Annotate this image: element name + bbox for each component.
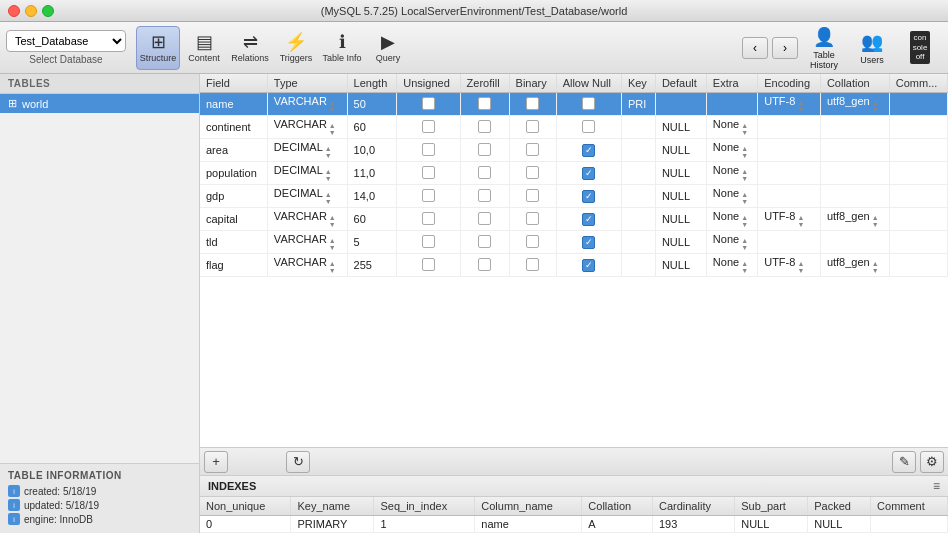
query-tab-button[interactable]: ▶ Query [366,26,410,70]
checkbox-unchecked[interactable] [478,212,491,225]
encoding-stepper[interactable]: ▲▼ [797,99,804,113]
content-tab-button[interactable]: ▤ Content [182,26,226,70]
table-row[interactable]: tldVARCHAR▲▼5✓NULLNone▲▼ [200,231,948,254]
nav-prev-button[interactable]: ‹ [742,37,768,59]
checkbox-unchecked[interactable] [422,120,435,133]
nav-next-button[interactable]: › [772,37,798,59]
index-cardinality-cell: 193 [652,516,734,533]
structure-tab-button[interactable]: ⊞ Structure [136,26,180,70]
settings-button[interactable]: ⚙ [920,451,944,473]
type-stepper[interactable]: ▲▼ [325,145,332,159]
created-row: i created: 5/18/19 [8,485,191,497]
checkbox-unchecked[interactable] [526,258,539,271]
checkbox-unchecked[interactable] [422,258,435,271]
right-action-buttons: ✎ ⚙ [892,451,944,473]
collation-stepper[interactable]: ▲▼ [872,99,879,113]
checkbox-unchecked[interactable] [526,97,539,110]
checkbox-checked[interactable]: ✓ [582,213,595,226]
field-cell: name [200,93,267,116]
checkbox-unchecked[interactable] [422,143,435,156]
checkbox-unchecked[interactable] [582,97,595,110]
table-info-tab-button[interactable]: ℹ Table Info [320,26,364,70]
type-cell: VARCHAR▲▼ [267,208,347,231]
type-stepper[interactable]: ▲▼ [325,191,332,205]
console-button[interactable]: consoleoff [898,26,942,70]
checkbox-unchecked[interactable] [526,143,539,156]
extra-stepper[interactable]: ▲▼ [741,214,748,228]
extra-stepper[interactable]: ▲▼ [741,145,748,159]
checkbox-checked[interactable]: ✓ [582,236,595,249]
collation-cell [820,162,889,185]
table-history-button[interactable]: 👤 Table History [802,26,846,70]
extra-stepper[interactable]: ▲▼ [741,237,748,251]
checkbox-checked[interactable]: ✓ [582,167,595,180]
extra-stepper[interactable]: ▲▼ [741,191,748,205]
engine-label: engine: InnoDB [24,514,93,525]
index-comment-cell [871,516,948,533]
edit-button[interactable]: ✎ [892,451,916,473]
type-stepper[interactable]: ▲▼ [325,168,332,182]
type-stepper[interactable]: ▲▼ [329,237,336,251]
checkbox-unchecked[interactable] [478,120,491,133]
table-row[interactable]: continentVARCHAR▲▼60NULLNone▲▼ [200,116,948,139]
triggers-tab-button[interactable]: ⚡ Triggers [274,26,318,70]
length-cell: 255 [347,254,397,277]
checkbox-unchecked[interactable] [478,235,491,248]
checkbox-checked[interactable]: ✓ [582,190,595,203]
type-stepper[interactable]: ▲▼ [329,122,336,136]
users-button[interactable]: 👥 Users [850,26,894,70]
table-row[interactable]: gdpDECIMAL▲▼14,0✓NULLNone▲▼ [200,185,948,208]
extra-stepper[interactable]: ▲▼ [741,260,748,274]
type-stepper[interactable]: ▲▼ [329,99,336,113]
indexes-table-container[interactable]: Non_unique Key_name Seq_in_index Column_… [200,497,948,533]
checkbox-unchecked[interactable] [478,258,491,271]
type-value: VARCHAR [274,233,327,245]
checkbox-unchecked[interactable] [582,120,595,133]
structure-table-container[interactable]: Field Type Length Unsigned Zerofill Bina… [200,74,948,447]
extra-stepper[interactable]: ▲▼ [741,122,748,136]
extra-stepper[interactable]: ▲▼ [741,168,748,182]
checkbox-unchecked[interactable] [478,189,491,202]
index-column_name-cell: name [475,516,582,533]
checkbox-unchecked[interactable] [526,212,539,225]
collation-stepper[interactable]: ▲▼ [872,214,879,228]
add-field-button[interactable]: + [204,451,228,473]
table-row[interactable]: nameVARCHAR▲▼50PRIUTF-8▲▼utf8_gen▲▼ [200,93,948,116]
checkbox-unchecked[interactable] [478,166,491,179]
type-stepper[interactable]: ▲▼ [329,214,336,228]
comment-cell [889,208,947,231]
checkbox-unchecked[interactable] [478,143,491,156]
checkbox-checked[interactable]: ✓ [582,259,595,272]
close-button[interactable] [8,5,20,17]
maximize-button[interactable] [42,5,54,17]
checkbox-unchecked[interactable] [422,212,435,225]
database-select[interactable]: Test_Database [6,30,126,52]
encoding-stepper[interactable]: ▲▼ [797,260,804,274]
minimize-button[interactable] [25,5,37,17]
table-row[interactable]: flagVARCHAR▲▼255✓NULLNone▲▼UTF-8▲▼utf8_g… [200,254,948,277]
checkbox-unchecked[interactable] [526,120,539,133]
refresh-button[interactable]: ↻ [286,451,310,473]
checkbox-unchecked[interactable] [422,166,435,179]
checkbox-checked[interactable]: ✓ [582,144,595,157]
window-title: (MySQL 5.7.25) LocalServerEnvironment/Te… [321,5,628,17]
relations-tab-button[interactable]: ⇌ Relations [228,26,272,70]
table-row[interactable]: populationDECIMAL▲▼11,0✓NULLNone▲▼ [200,162,948,185]
collation-stepper[interactable]: ▲▼ [872,260,879,274]
checkbox-unchecked[interactable] [422,189,435,202]
encoding-cell: UTF-8▲▼ [758,208,821,231]
checkbox-unchecked[interactable] [526,189,539,202]
indexes-collapse-icon[interactable]: ≡ [933,479,940,493]
table-row[interactable]: areaDECIMAL▲▼10,0✓NULLNone▲▼ [200,139,948,162]
type-stepper[interactable]: ▲▼ [329,260,336,274]
collation-cell: utf8_gen▲▼ [820,254,889,277]
encoding-stepper[interactable]: ▲▼ [797,214,804,228]
checkbox-unchecked[interactable] [526,166,539,179]
table-row[interactable]: capitalVARCHAR▲▼60✓NULLNone▲▼UTF-8▲▼utf8… [200,208,948,231]
checkbox-unchecked[interactable] [526,235,539,248]
key-cell [621,254,655,277]
checkbox-unchecked[interactable] [478,97,491,110]
sidebar-item-world[interactable]: ⊞ world [0,94,199,113]
checkbox-unchecked[interactable] [422,235,435,248]
checkbox-unchecked[interactable] [422,97,435,110]
